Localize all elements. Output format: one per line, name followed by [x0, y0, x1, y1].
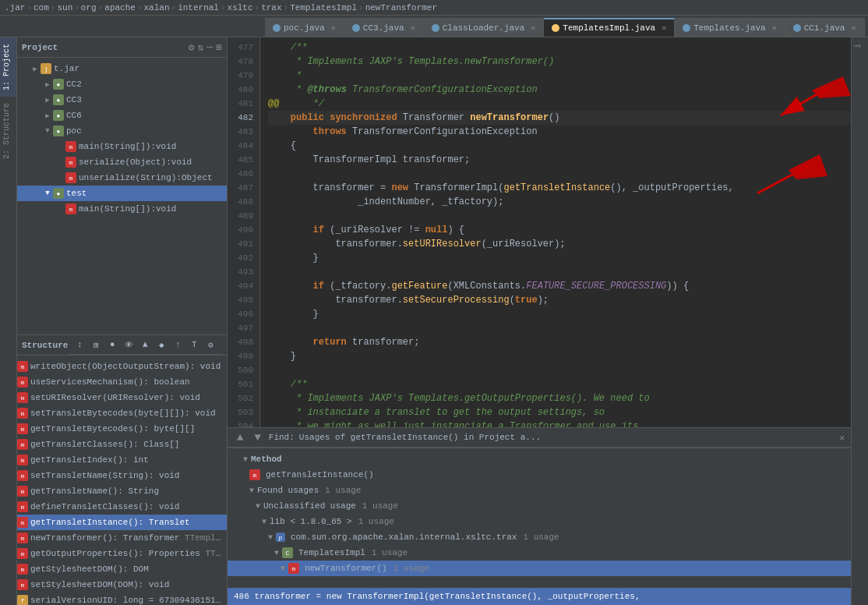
sort-alpha-icon[interactable]: ↕	[72, 338, 86, 352]
method-icon: m	[288, 563, 299, 574]
tab-poc-close[interactable]: ✕	[331, 23, 336, 33]
expand-icon[interactable]: ⊞	[216, 41, 222, 54]
struct-setTransletBytecodes[interactable]: m setTransletBytecodes(byte[][]): void	[17, 405, 227, 421]
expand-icon[interactable]: ▲	[138, 338, 152, 352]
sort-icon[interactable]: ⇅	[198, 41, 204, 54]
tab-cc3[interactable]: CC3.java ✕	[344, 18, 424, 37]
tree-item-tjar[interactable]: ▶ j t.jar	[17, 61, 227, 76]
tab-classloader[interactable]: ClassLoader.java ✕	[424, 18, 545, 37]
struct-getTransletBytecodes[interactable]: m getTransletBytecodes(): byte[][]	[17, 421, 227, 437]
tab-cc3-close[interactable]: ✕	[411, 23, 415, 33]
find-bar-close-icon[interactable]: ✕	[839, 433, 845, 443]
code-line-484: {	[268, 139, 851, 153]
tree-item-cc3[interactable]: ▶ ● CC3	[17, 92, 227, 108]
code-editor[interactable]: 477 478 479 480 481 482 483 484 485 486 …	[228, 37, 851, 427]
tab-poc[interactable]: poc.java ✕	[265, 18, 344, 37]
tab-cc1-close[interactable]: ✕	[851, 23, 856, 33]
tree-item-cc6[interactable]: ▶ ● CC6	[17, 108, 227, 123]
code-line-498: return transformer;	[268, 335, 851, 349]
struct-setURIResolver[interactable]: m setURIResolver(URIResolver): void	[17, 390, 227, 405]
method-icon: m	[17, 501, 28, 512]
struct-setStylesheetDOM[interactable]: m setStylesheetDOM(DOM): void	[17, 577, 227, 593]
filter-icon[interactable]: ●	[105, 338, 119, 352]
tab-cc1-icon	[793, 24, 801, 32]
sidebar-tab-info[interactable]: i	[852, 37, 868, 55]
sidebar-tab-structure[interactable]: 2: Structure	[0, 97, 16, 165]
breadcrumb-internal[interactable]: internal	[178, 3, 219, 12]
sidebar-tab-project[interactable]: 1: Project	[0, 37, 16, 97]
usage-newtransformer-usage[interactable]: ▼ m newTransformer() 1 usage	[228, 561, 851, 576]
anon-icon[interactable]: T	[187, 338, 201, 352]
field-icon: f	[17, 595, 28, 605]
usage-found-usages[interactable]: ▼ Found usages 1 usage	[228, 483, 851, 498]
struct-writeObject[interactable]: m writeObject(ObjectOutputStream): void	[17, 359, 227, 374]
breadcrumb-newtransformer[interactable]: newTransformer	[365, 3, 437, 12]
breadcrumb-templatesimpl[interactable]: TemplatesImpl	[290, 3, 357, 12]
usage-method[interactable]: ▼ Method	[228, 451, 851, 467]
tree-item-poc[interactable]: ▼ ● poc	[17, 123, 227, 139]
tab-templates-close[interactable]: ✕	[772, 23, 777, 33]
code-line-480: * @throws TransformerConfigurationExcept…	[268, 83, 851, 97]
gear-icon[interactable]: ⚙	[189, 41, 195, 54]
breadcrumb-org[interactable]: org	[81, 3, 97, 12]
tree-item-unserialize[interactable]: m unserialize(String):Object	[17, 170, 227, 186]
tab-templatesimpl[interactable]: TemplatesImpl.java ✕	[544, 18, 675, 37]
tree-item-cc2[interactable]: ▶ ● CC2	[17, 76, 227, 92]
code-line-487: transformer = new TransformerImpl(getTra…	[268, 181, 851, 195]
code-line-485: TransformerImpl transformer;	[268, 153, 851, 167]
struct-getTransletInstance[interactable]: m getTransletInstance(): Translet	[17, 515, 227, 530]
struct-getTransletIndex[interactable]: m getTransletIndex(): int	[17, 452, 227, 468]
struct-defineTransletClasses[interactable]: m defineTransletClasses(): void	[17, 499, 227, 515]
method-icon: m	[65, 203, 76, 214]
breadcrumb-xsltc[interactable]: xsltc	[228, 3, 253, 12]
usage-getTransletInstance[interactable]: m getTransletInstance()	[228, 467, 851, 483]
code-line-493	[268, 265, 851, 279]
tree-item-poc-main[interactable]: m main(String[]):void	[17, 139, 227, 154]
gear2-icon[interactable]: ⚙	[203, 338, 217, 352]
breadcrumb-xalan[interactable]: xalan	[144, 3, 170, 12]
usage-lib[interactable]: ▼ lib < 1.8.0_65 > 1 usage	[228, 514, 851, 529]
usage-templatesimpl-class[interactable]: ▼ C TemplatesImpl 1 usage	[228, 545, 851, 561]
struct-newTransformer[interactable]: m newTransformer(): Transformer TTemplat…	[17, 530, 227, 546]
tab-templates[interactable]: Templates.java ✕	[675, 18, 785, 37]
tree-item-test[interactable]: ▼ ● test	[17, 186, 227, 201]
method-icon: m	[17, 361, 28, 372]
breadcrumb-trax[interactable]: trax	[261, 3, 281, 12]
code-line-482: public synchronized Transformer newTrans…	[268, 111, 851, 125]
eye-icon[interactable]: 👁	[122, 338, 136, 352]
method-icon: m	[17, 377, 28, 387]
struct-setTransletName[interactable]: m setTransletName(String): void	[17, 468, 227, 483]
sort-group-icon[interactable]: ⊞	[89, 338, 103, 352]
struct-getTransletClasses[interactable]: m getTransletClasses(): Class[]	[17, 437, 227, 452]
method-icon: m	[17, 408, 28, 419]
tree-item-test-main[interactable]: m main(String[]):void	[17, 201, 227, 217]
tab-cc1[interactable]: CC1.java ✕	[785, 18, 865, 37]
tree-item-serialize[interactable]: m serialize(Object):void	[17, 154, 227, 170]
usage-package[interactable]: ▼ p com.sun.org.apache.xalan.internal.xs…	[228, 529, 851, 545]
inherited-icon[interactable]: ↑	[171, 338, 185, 352]
right-sidebar-tabs: i	[851, 37, 868, 605]
breadcrumb-bar: .jar › com › sun › org › apache › xalan …	[0, 0, 868, 16]
code-line-478: * Implements JAXP's Templates.newTransfo…	[268, 55, 851, 69]
tab-templatesimpl-close[interactable]: ✕	[662, 23, 666, 33]
struct-getOutputProperties[interactable]: m getOutputProperties(): Properties TTem…	[17, 546, 227, 561]
usage-unclassified[interactable]: ▼ Unclassified usage 1 usage	[228, 498, 851, 514]
method-icon: m	[17, 439, 28, 450]
struct-serialVersionUID[interactable]: f serialVersionUID: long = 6730943615192…	[17, 593, 227, 605]
tab-classloader-close[interactable]: ✕	[531, 23, 535, 33]
breadcrumb-apache[interactable]: apache	[104, 3, 136, 12]
method-icon: m	[17, 455, 28, 465]
find-bar-up-icon[interactable]: ▲	[234, 431, 246, 444]
find-bar-down-icon[interactable]: ▼	[251, 431, 263, 444]
breadcrumb-jar[interactable]: .jar	[5, 3, 25, 12]
struct-getStylesheetDOM[interactable]: m getStylesheetDOM(): DOM	[17, 561, 227, 577]
breadcrumb-com[interactable]: com	[34, 3, 49, 12]
tab-templatesimpl-icon	[552, 24, 559, 32]
breadcrumb-sun[interactable]: sun	[57, 3, 72, 12]
minus-icon[interactable]: —	[206, 41, 213, 54]
struct-getTransletName[interactable]: m getTransletName(): String	[17, 483, 227, 499]
struct-useServicesMechanism[interactable]: m useServicesMechanism(): boolean	[17, 374, 227, 390]
package-icon: p	[276, 532, 285, 542]
code-line-503: * instanciate a translet to get the outp…	[268, 405, 851, 419]
field-icon[interactable]: ◆	[154, 338, 168, 352]
